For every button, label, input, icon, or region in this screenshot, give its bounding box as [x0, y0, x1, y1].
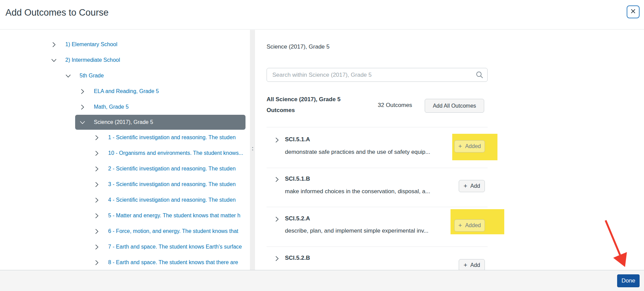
chevron-right-icon[interactable]: [273, 136, 281, 144]
chevron-right-icon[interactable]: [92, 149, 101, 157]
outcome-code[interactable]: SCI.5.2.B: [285, 255, 310, 261]
plus-icon: +: [463, 183, 467, 189]
outcome-code[interactable]: SCI.5.1.B: [285, 176, 310, 182]
tree-item[interactable]: 2) Intermediate School: [0, 52, 250, 68]
chevron-right-icon[interactable]: [92, 258, 101, 267]
chevron-right-icon[interactable]: [273, 175, 281, 183]
tree-item[interactable]: 8 - Earth and space. The student knows t…: [0, 255, 250, 270]
plus-icon: +: [463, 262, 467, 268]
outcomes-panel: Science (2017), Grade 5 All Science (201…: [255, 30, 644, 270]
chevron-right-icon[interactable]: [92, 180, 101, 188]
tree-item[interactable]: 6 - Force, motion, and energy. The stude…: [0, 223, 250, 239]
chevron-right-icon[interactable]: [78, 103, 86, 111]
chevron-right-icon[interactable]: [92, 243, 101, 251]
chevron-right-icon[interactable]: [78, 87, 86, 95]
search-field: [267, 68, 488, 82]
chevron-down-icon[interactable]: [50, 56, 58, 64]
splitter-handle-icon: [252, 147, 253, 150]
tree-item-label[interactable]: 1 - Scientific investigation and reasoni…: [108, 134, 236, 141]
tree-item-label[interactable]: 1) Elementary School: [65, 41, 117, 48]
tree-item-label[interactable]: Science (2017), Grade 5: [94, 119, 153, 125]
row-divider: [267, 247, 488, 247]
outcome-description: describe, plan, and implement simple exp…: [285, 228, 428, 234]
plus-icon: +: [458, 143, 462, 149]
button-label: Added: [465, 222, 481, 229]
row-divider: [267, 168, 488, 168]
tree-item-label[interactable]: ELA and Reading, Grade 5: [94, 88, 159, 94]
chevron-down-icon[interactable]: [64, 72, 72, 80]
close-button[interactable]: [627, 5, 640, 18]
tree-item-label[interactable]: 2) Intermediate School: [65, 57, 120, 63]
chevron-right-icon[interactable]: [92, 227, 101, 235]
chevron-right-icon[interactable]: [92, 212, 101, 220]
chevron-right-icon[interactable]: [92, 165, 101, 173]
tree-item[interactable]: 4 - Scientific investigation and reasoni…: [0, 192, 250, 208]
chevron-down-icon[interactable]: [78, 118, 86, 126]
row-divider: [267, 207, 488, 207]
done-button[interactable]: Done: [617, 274, 640, 287]
tree-item[interactable]: 10 - Organisms and environments. The stu…: [0, 145, 250, 161]
outcome-description: make informed choices in the conservatio…: [285, 188, 430, 195]
tree-item[interactable]: 5 - Matter and energy. The student knows…: [0, 208, 250, 223]
panel-splitter[interactable]: [250, 30, 255, 270]
tree-item-label[interactable]: 7 - Earth and space. The student knows E…: [108, 244, 242, 250]
modal-body: 1) Elementary School2) Intermediate Scho…: [0, 30, 644, 270]
tree-item[interactable]: 3 - Scientific investigation and reasoni…: [0, 177, 250, 192]
tree-item-label[interactable]: 6 - Force, motion, and energy. The stude…: [108, 228, 238, 234]
tree-item-label[interactable]: 2 - Scientific investigation and reasoni…: [108, 166, 236, 172]
outcome-added-button[interactable]: +Added: [454, 140, 485, 152]
tree-item[interactable]: 5th Grade: [0, 68, 250, 84]
tree-item[interactable]: 7 - Earth and space. The student knows E…: [0, 239, 250, 255]
modal-header: Add Outcomes to Course: [0, 0, 644, 30]
chevron-right-icon[interactable]: [273, 254, 281, 262]
outcome-description: demonstrate safe practices and the use o…: [285, 149, 430, 156]
search-input[interactable]: [267, 68, 488, 82]
tree-item[interactable]: 1) Elementary School: [0, 37, 250, 52]
tree-item[interactable]: Math, Grade 5: [0, 99, 250, 115]
chevron-right-icon[interactable]: [92, 133, 101, 142]
modal-footer: Done: [0, 270, 644, 291]
add-outcomes-modal: Add Outcomes to Course 1) Elementary Sch…: [0, 0, 644, 291]
modal-title: Add Outcomes to Course: [5, 7, 108, 18]
outcome-code[interactable]: SCI.5.1.A: [285, 136, 310, 143]
button-label: Add: [470, 183, 480, 189]
chevron-right-icon[interactable]: [92, 196, 101, 204]
outcome-code[interactable]: SCI.5.2.A: [285, 215, 310, 222]
outcomes-count: 32 Outcomes: [378, 102, 412, 109]
tree-item-label[interactable]: 8 - Earth and space. The student knows t…: [108, 259, 238, 266]
row-divider: [267, 127, 488, 127]
outcome-group-tree: 1) Elementary School2) Intermediate Scho…: [0, 30, 250, 270]
tree-item-label[interactable]: 5th Grade: [80, 73, 104, 79]
tree-item[interactable]: 1 - Scientific investigation and reasoni…: [0, 130, 250, 145]
tree-item-label[interactable]: Math, Grade 5: [94, 104, 129, 110]
group-title: All Science (2017), Grade 5 Outcomes: [267, 94, 345, 116]
button-label: Add: [470, 262, 480, 268]
outcome-add-button[interactable]: +Add: [459, 180, 485, 192]
tree-item-label[interactable]: 4 - Scientific investigation and reasoni…: [108, 197, 236, 203]
button-label: Added: [465, 143, 481, 149]
outcome-added-button[interactable]: +Added: [454, 219, 485, 232]
plus-icon: +: [458, 222, 462, 229]
outcome-add-button[interactable]: +Add: [459, 259, 485, 270]
tree-item-label[interactable]: 3 - Scientific investigation and reasoni…: [108, 181, 236, 187]
close-icon: [630, 8, 636, 15]
chevron-right-icon[interactable]: [273, 215, 281, 223]
tree-item-label[interactable]: 5 - Matter and energy. The student knows…: [108, 213, 240, 219]
tree-item-label[interactable]: 10 - Organisms and environments. The stu…: [108, 150, 243, 156]
add-all-outcomes-button[interactable]: Add All Outcomes: [425, 99, 484, 113]
search-icon: [476, 71, 484, 80]
chevron-right-icon[interactable]: [50, 40, 58, 49]
tree-item[interactable]: Science (2017), Grade 5: [75, 115, 245, 130]
tree-item[interactable]: 2 - Scientific investigation and reasoni…: [0, 161, 250, 177]
selected-group-heading: Science (2017), Grade 5: [267, 43, 329, 50]
tree-item[interactable]: ELA and Reading, Grade 5: [0, 84, 250, 99]
